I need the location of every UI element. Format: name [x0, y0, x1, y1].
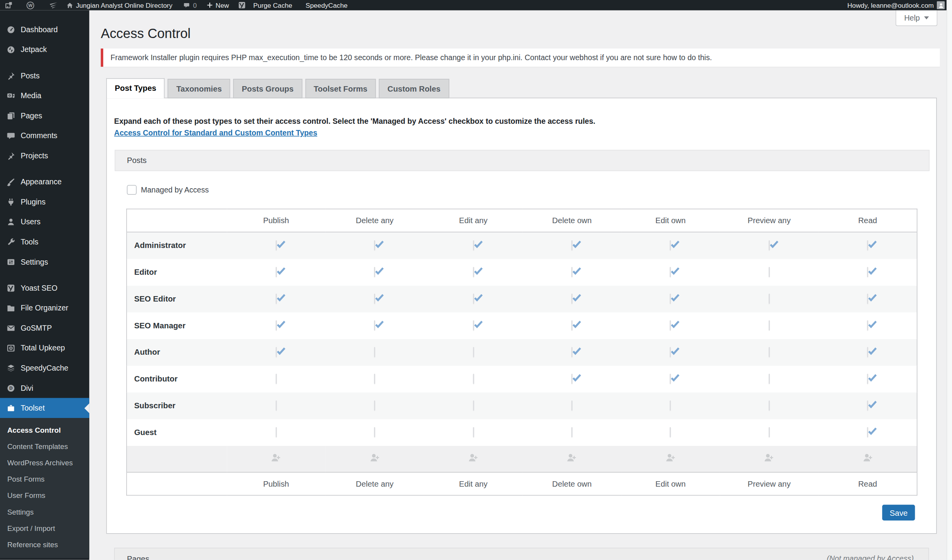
window-grid-icon[interactable] — [5, 1, 13, 9]
permission-checkbox-contributor-preview-any[interactable] — [769, 374, 770, 384]
permission-checkbox-subscriber-publish[interactable] — [275, 400, 277, 411]
permission-checkbox-contributor-edit-own[interactable] — [670, 374, 671, 384]
tab-post-types[interactable]: Post Types — [106, 78, 165, 99]
add-user-icon[interactable] — [665, 453, 676, 465]
submenu-item-content-templates[interactable]: Content Templates — [0, 439, 89, 455]
speed-swoosh-icon[interactable] — [49, 1, 58, 9]
tab-taxonomies[interactable]: Taxonomies — [168, 79, 230, 98]
permission-checkbox-author-edit-own[interactable] — [670, 347, 671, 357]
sidebar-item-toolset[interactable]: Toolset — [0, 398, 89, 418]
sidebar-item-appearance[interactable]: Appearance — [0, 172, 89, 192]
submenu-item-reference-sites[interactable]: Reference sites — [0, 537, 89, 553]
submenu-item-access-control[interactable]: Access Control — [0, 422, 89, 439]
permission-checkbox-editor-read[interactable] — [867, 267, 868, 277]
permission-checkbox-editor-edit-any[interactable] — [473, 267, 474, 277]
comments-indicator[interactable]: 0 — [183, 2, 197, 9]
permission-checkbox-contributor-delete-any[interactable] — [374, 374, 375, 384]
browser-scrollbar[interactable] — [947, 0, 952, 560]
site-name-link[interactable]: Jungian Analyst Online Directory — [66, 2, 172, 9]
permission-checkbox-seo-editor-preview-any[interactable] — [769, 294, 770, 304]
help-button[interactable]: Help — [896, 10, 937, 26]
sidebar-item-posts[interactable]: Posts — [0, 66, 89, 86]
sidebar-item-comments[interactable]: Comments — [0, 126, 89, 146]
permission-checkbox-guest-publish[interactable] — [275, 427, 277, 437]
permission-checkbox-subscriber-read[interactable] — [867, 400, 868, 411]
permission-checkbox-subscriber-preview-any[interactable] — [769, 400, 770, 411]
howdy-account-link[interactable]: Howdy, leanne@outlook.com — [847, 2, 934, 9]
avatar[interactable] — [937, 1, 945, 9]
sidebar-item-settings[interactable]: Settings — [0, 252, 89, 272]
permission-checkbox-administrator-edit-any[interactable] — [473, 240, 474, 251]
permission-checkbox-guest-edit-any[interactable] — [473, 427, 474, 437]
permission-checkbox-author-read[interactable] — [867, 347, 868, 357]
posts-section-header[interactable]: Posts — [115, 150, 929, 171]
permission-checkbox-subscriber-delete-any[interactable] — [374, 400, 375, 411]
permission-checkbox-subscriber-edit-any[interactable] — [473, 400, 474, 411]
submenu-item-wordpress-archives[interactable]: WordPress Archives — [0, 455, 89, 471]
submenu-item-user-forms[interactable]: User Forms — [0, 488, 89, 504]
permission-checkbox-guest-delete-any[interactable] — [374, 427, 375, 437]
sidebar-item-gosmtp[interactable]: GoSMTP — [0, 318, 89, 338]
sidebar-item-media[interactable]: Media — [0, 85, 89, 106]
sidebar-item-file-organizer[interactable]: File Organizer — [0, 298, 89, 318]
add-user-icon[interactable] — [369, 453, 380, 465]
submenu-item-export-import[interactable]: Export / Import — [0, 520, 89, 537]
sidebar-item-plugins[interactable]: Plugins — [0, 192, 89, 212]
permission-checkbox-subscriber-delete-own[interactable] — [571, 400, 573, 411]
permission-checkbox-editor-edit-own[interactable] — [670, 267, 671, 277]
permission-checkbox-seo-manager-edit-any[interactable] — [473, 320, 474, 331]
access-control-docs-link[interactable]: Access Control for Standard and Custom C… — [114, 128, 317, 137]
tab-toolset-forms[interactable]: Toolset Forms — [305, 79, 376, 98]
permission-checkbox-administrator-delete-own[interactable] — [571, 240, 573, 251]
sidebar-item-jetpack[interactable]: Jetpack — [0, 40, 89, 60]
permission-checkbox-contributor-read[interactable] — [867, 374, 868, 384]
sidebar-item-divi[interactable]: DDivi — [0, 378, 89, 398]
wordpress-logo-icon[interactable]: W — [26, 1, 35, 9]
permission-checkbox-contributor-edit-any[interactable] — [473, 374, 474, 384]
add-user-icon[interactable] — [271, 453, 281, 465]
add-user-icon[interactable] — [764, 453, 774, 465]
sidebar-item-projects[interactable]: Projects — [0, 146, 89, 166]
permission-checkbox-guest-edit-own[interactable] — [670, 427, 671, 437]
permission-checkbox-contributor-publish[interactable] — [275, 374, 277, 384]
tab-custom-roles[interactable]: Custom Roles — [379, 79, 449, 98]
permission-checkbox-guest-delete-own[interactable] — [571, 427, 573, 437]
new-content-button[interactable]: New — [207, 2, 229, 9]
permission-checkbox-administrator-edit-own[interactable] — [670, 240, 671, 251]
permission-checkbox-seo-editor-read[interactable] — [867, 294, 868, 304]
permission-checkbox-editor-delete-any[interactable] — [374, 267, 375, 277]
permission-checkbox-author-preview-any[interactable] — [769, 347, 770, 357]
sidebar-item-tools[interactable]: Tools — [0, 232, 89, 252]
permission-checkbox-seo-manager-delete-own[interactable] — [571, 320, 573, 331]
submenu-item-post-forms[interactable]: Post Forms — [0, 472, 89, 488]
permission-checkbox-seo-editor-publish[interactable] — [275, 294, 277, 304]
permission-checkbox-administrator-read[interactable] — [867, 240, 868, 251]
sidebar-item-dashboard[interactable]: Dashboard — [0, 19, 89, 40]
sidebar-item-users[interactable]: Users — [0, 212, 89, 232]
permission-checkbox-administrator-publish[interactable] — [275, 240, 277, 251]
sidebar-item-speedycache[interactable]: SpeedyCache — [0, 358, 89, 378]
permission-checkbox-author-delete-own[interactable] — [571, 347, 573, 357]
permission-checkbox-editor-preview-any[interactable] — [769, 267, 770, 277]
sidebar-item-total-upkeep[interactable]: Total Upkeep — [0, 338, 89, 358]
pages-section-header[interactable]: Pages (Not managed by Access) — [114, 548, 929, 560]
permission-checkbox-seo-editor-edit-any[interactable] — [473, 294, 474, 304]
permission-checkbox-editor-publish[interactable] — [275, 267, 277, 277]
purge-cache-button[interactable]: Purge Cache — [253, 2, 292, 9]
permission-checkbox-seo-manager-delete-any[interactable] — [374, 320, 375, 331]
tab-posts-groups[interactable]: Posts Groups — [233, 79, 302, 98]
speedycache-menu[interactable]: SpeedyCache — [306, 2, 348, 9]
permission-checkbox-subscriber-edit-own[interactable] — [670, 400, 671, 411]
permission-checkbox-seo-manager-edit-own[interactable] — [670, 320, 671, 331]
permission-checkbox-author-delete-any[interactable] — [374, 347, 375, 357]
save-button[interactable]: Save — [882, 505, 915, 521]
permission-checkbox-seo-editor-delete-own[interactable] — [571, 294, 573, 304]
permission-checkbox-guest-preview-any[interactable] — [769, 427, 770, 437]
permission-checkbox-seo-manager-read[interactable] — [867, 320, 868, 331]
permission-checkbox-seo-editor-edit-own[interactable] — [670, 294, 671, 304]
add-user-icon[interactable] — [567, 453, 577, 465]
permission-checkbox-contributor-delete-own[interactable] — [571, 374, 573, 384]
managed-by-access-checkbox[interactable] — [127, 185, 137, 195]
yoast-seo-adminbar-icon[interactable] — [238, 1, 246, 9]
permission-checkbox-seo-manager-publish[interactable] — [275, 320, 277, 331]
